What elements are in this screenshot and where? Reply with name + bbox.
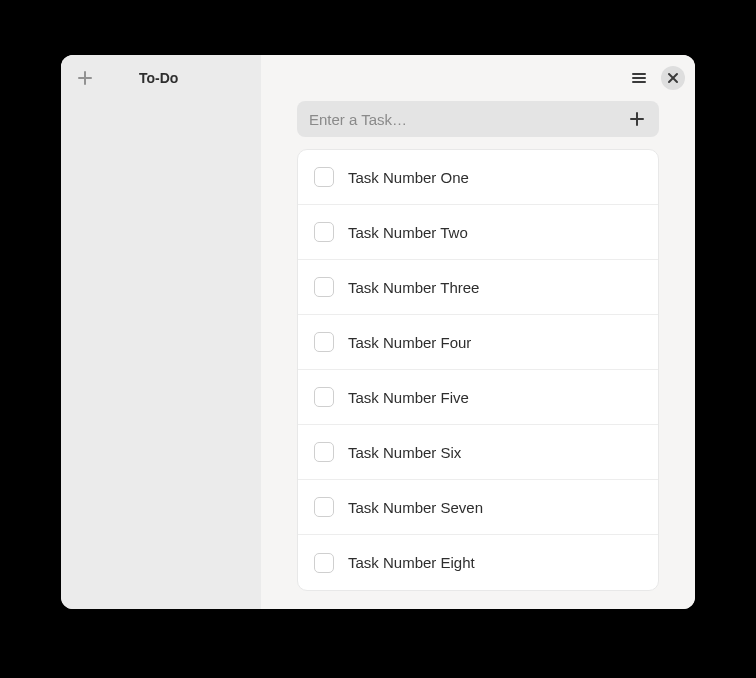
main-area: Task Number One Task Number Two Task Num… — [261, 55, 695, 609]
close-button[interactable] — [661, 66, 685, 90]
task-label: Task Number Four — [348, 334, 471, 351]
plus-icon — [629, 111, 645, 127]
task-row[interactable]: Task Number Five — [298, 370, 658, 425]
task-row[interactable]: Task Number Seven — [298, 480, 658, 535]
task-label: Task Number Eight — [348, 554, 475, 571]
task-checkbox[interactable] — [314, 222, 334, 242]
task-row[interactable]: Task Number Two — [298, 205, 658, 260]
task-label: Task Number Six — [348, 444, 461, 461]
task-list: Task Number One Task Number Two Task Num… — [297, 149, 659, 591]
hamburger-icon — [631, 70, 647, 86]
task-checkbox[interactable] — [314, 497, 334, 517]
plus-icon — [77, 70, 93, 86]
menu-button[interactable] — [627, 66, 651, 90]
task-label: Task Number Seven — [348, 499, 483, 516]
task-row[interactable]: Task Number Eight — [298, 535, 658, 590]
task-label: Task Number Five — [348, 389, 469, 406]
titlebar — [261, 55, 695, 101]
task-label: Task Number Three — [348, 279, 479, 296]
task-checkbox[interactable] — [314, 332, 334, 352]
task-label: Task Number One — [348, 169, 469, 186]
app-window: To-Do — [61, 55, 695, 609]
task-row[interactable]: Task Number One — [298, 150, 658, 205]
close-icon — [667, 72, 679, 84]
task-label: Task Number Two — [348, 224, 468, 241]
task-checkbox[interactable] — [314, 167, 334, 187]
add-task-button[interactable] — [625, 107, 649, 131]
sidebar-header: To-Do — [61, 55, 261, 101]
task-checkbox[interactable] — [314, 442, 334, 462]
sidebar: To-Do — [61, 55, 261, 609]
sidebar-title: To-Do — [139, 70, 178, 86]
task-row[interactable]: Task Number Three — [298, 260, 658, 315]
task-input[interactable] — [307, 111, 625, 128]
task-checkbox[interactable] — [314, 277, 334, 297]
content: Task Number One Task Number Two Task Num… — [261, 101, 695, 609]
task-row[interactable]: Task Number Four — [298, 315, 658, 370]
task-checkbox[interactable] — [314, 553, 334, 573]
task-input-row — [297, 101, 659, 137]
task-checkbox[interactable] — [314, 387, 334, 407]
task-row[interactable]: Task Number Six — [298, 425, 658, 480]
add-list-button[interactable] — [71, 64, 99, 92]
